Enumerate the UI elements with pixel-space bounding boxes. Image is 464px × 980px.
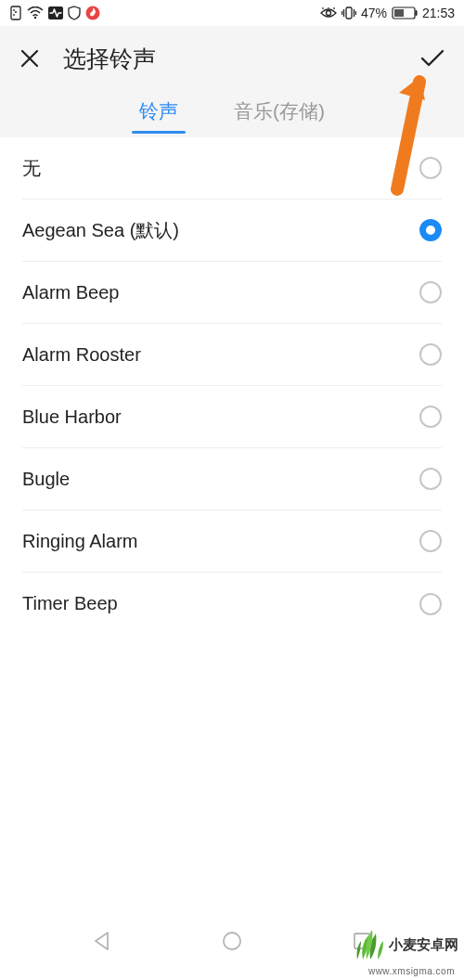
ringtone-row[interactable]: 无 bbox=[22, 137, 442, 200]
svg-point-2 bbox=[34, 17, 36, 19]
svg-rect-9 bbox=[394, 9, 404, 17]
check-icon bbox=[419, 47, 446, 70]
battery-icon bbox=[392, 6, 418, 19]
close-button[interactable] bbox=[17, 45, 43, 71]
header: 选择铃声 bbox=[0, 26, 464, 91]
tabs: 铃声 音乐(存储) bbox=[0, 91, 464, 137]
shield-icon bbox=[68, 6, 81, 20]
music-app-icon bbox=[85, 6, 100, 20]
ringtone-label: Alarm Beep bbox=[22, 282, 419, 303]
ringtone-row[interactable]: Bugle bbox=[22, 448, 442, 510]
ringtone-row[interactable]: Timer Beep bbox=[22, 573, 442, 635]
close-icon bbox=[19, 47, 41, 70]
radio-button[interactable] bbox=[419, 281, 442, 303]
radio-button[interactable] bbox=[419, 593, 442, 615]
ringtone-row[interactable]: Aegean Sea (默认) bbox=[22, 200, 442, 262]
ringtone-label: Blue Harbor bbox=[22, 406, 419, 428]
svg-point-10 bbox=[224, 933, 240, 949]
circle-home-icon bbox=[222, 931, 242, 951]
svg-point-1 bbox=[15, 11, 17, 13]
wheat-logo-icon bbox=[352, 928, 385, 961]
ringtone-label: Alarm Rooster bbox=[22, 344, 419, 366]
activity-icon bbox=[48, 6, 63, 19]
radio-button[interactable] bbox=[419, 468, 442, 490]
tab-music[interactable]: 音乐(存储) bbox=[234, 98, 325, 130]
watermark: 小麦安卓网 bbox=[352, 928, 458, 961]
nav-back-button[interactable] bbox=[88, 927, 116, 955]
page-title: 选择铃声 bbox=[63, 44, 156, 74]
radio-button[interactable] bbox=[419, 219, 442, 241]
radio-button[interactable] bbox=[419, 530, 442, 552]
header-area: 选择铃声 铃声 音乐(存储) bbox=[0, 26, 464, 137]
radio-button[interactable] bbox=[419, 406, 442, 428]
ringtone-list: 无Aegean Sea (默认)Alarm BeepAlarm RoosterB… bbox=[0, 137, 464, 635]
vibrate-icon bbox=[342, 6, 356, 20]
ringtone-label: 无 bbox=[22, 156, 419, 181]
confirm-button[interactable] bbox=[418, 44, 447, 73]
svg-rect-6 bbox=[346, 7, 352, 19]
ringtone-label: Ringing Alarm bbox=[22, 531, 419, 552]
ringtone-row[interactable]: Ringing Alarm bbox=[22, 510, 442, 573]
status-right: 47% 21:53 bbox=[320, 6, 455, 20]
tab-ringtone[interactable]: 铃声 bbox=[139, 98, 178, 130]
ringtone-row[interactable]: Alarm Rooster bbox=[22, 324, 442, 386]
triangle-back-icon bbox=[92, 931, 112, 951]
ringtone-label: Bugle bbox=[22, 469, 419, 490]
svg-point-5 bbox=[326, 11, 330, 16]
ringtone-label: Timer Beep bbox=[22, 593, 419, 614]
battery-pct-text: 47% bbox=[361, 6, 387, 20]
status-bar: 47% 21:53 bbox=[0, 0, 464, 26]
ringtone-label: Aegean Sea (默认) bbox=[22, 218, 419, 243]
clock-text: 21:53 bbox=[422, 6, 455, 20]
ringtone-row[interactable]: Alarm Beep bbox=[22, 262, 442, 324]
nav-home-button[interactable] bbox=[218, 927, 246, 955]
watermark-url: www.xmsigma.com bbox=[368, 966, 455, 976]
svg-rect-8 bbox=[415, 10, 417, 16]
ringtone-row[interactable]: Blue Harbor bbox=[22, 386, 442, 448]
watermark-text: 小麦安卓网 bbox=[389, 936, 458, 954]
radio-button[interactable] bbox=[419, 343, 442, 366]
status-left bbox=[9, 6, 100, 20]
sim-icon bbox=[9, 6, 22, 20]
eye-comfort-icon bbox=[320, 7, 337, 19]
wifi-icon bbox=[27, 6, 44, 19]
radio-button[interactable] bbox=[419, 157, 442, 179]
